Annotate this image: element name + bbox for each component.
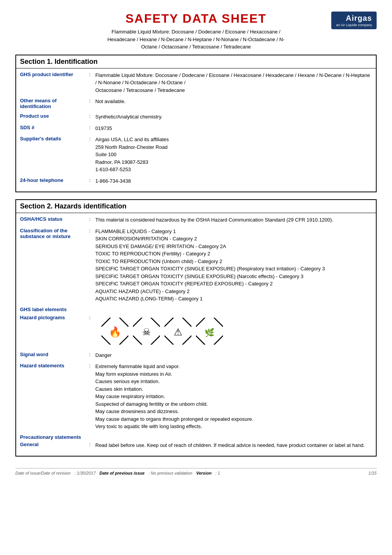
section1-header: Section 1. Identification [16, 55, 376, 68]
label-classification: Classification of thesubstance or mixtur… [20, 228, 89, 239]
page-header: SAFETY DATA SHEET Flammable Liquid Mixtu… [15, 12, 377, 51]
section2-content: OSHA/HCS status : This material is consi… [16, 213, 376, 456]
header-center: SAFETY DATA SHEET Flammable Liquid Mixtu… [15, 12, 377, 51]
field-classification: Classification of thesubstance or mixtur… [20, 228, 372, 303]
value-classification: FLAMMABLE LIQUIDS - Category 1 SKIN CORR… [95, 228, 372, 303]
footer-page: 1/15 [369, 471, 377, 475]
value-general: Read label before use. Keep out of reach… [95, 442, 372, 449]
label-pictograms: Hazard pictograms [20, 315, 89, 320]
field-sds: SDS # : 019735 [20, 125, 372, 132]
section2-header: Section 2. Hazards identification [16, 200, 376, 213]
svg-text:☠: ☠ [142, 327, 151, 337]
value-pictograms: 🔥 ☠ ⚠ 🌿 [95, 315, 372, 348]
precautionary-title: Precautionary statements [20, 434, 81, 440]
label-sds: SDS # [20, 125, 89, 130]
label-ghs-product: GHS product identifier [20, 72, 89, 77]
value-other-means: Not available. [95, 98, 372, 105]
label-general: General [20, 442, 89, 447]
value-hazard-statements: Extremely flammable liquid and vapor. Ma… [95, 363, 372, 430]
footer-date-prev-label: Date of previous issue [100, 471, 145, 475]
flame-pictogram: 🔥 [101, 318, 128, 345]
subtitle-line2: Hexadecane / Hexane / N-Decane / N-Hepta… [107, 37, 284, 42]
value-telephone: 1-866-734-3438 [95, 177, 372, 185]
value-sds: 019735 [95, 125, 372, 132]
field-other-means: Other means ofidentification : Not avail… [20, 98, 372, 109]
ghs-label-elements: GHS label elements [20, 307, 372, 312]
precautionary-header: Precautionary statements [20, 434, 372, 440]
footer-version-value: : 1 [215, 471, 220, 475]
section1: Section 1. Identification GHS product id… [15, 55, 377, 193]
subtitle-line1: Flammable Liquid Mixture: Docosane / Dod… [111, 29, 280, 35]
footer-version-label: Version [196, 471, 211, 475]
health-hazard-pictogram: ☠ [133, 318, 160, 345]
label-other-means: Other means ofidentification [20, 98, 89, 109]
field-general: General : Read label before use. Keep ou… [20, 442, 372, 449]
ghs-label-title: GHS label elements [20, 307, 372, 312]
logo-sub: an Air Liquide company [336, 23, 372, 27]
main-title: SAFETY DATA SHEET [15, 12, 377, 26]
logo-area: Airgas an Air Liquide company [331, 12, 377, 29]
pictograms-container: 🔥 ☠ ⚠ 🌿 [101, 318, 372, 345]
environment-pictogram: 🌿 [196, 318, 223, 345]
value-ghs-product: Flammable Liquid Mixture: Docosane / Dod… [95, 72, 372, 94]
subtitle: Flammable Liquid Mixture: Docosane / Dod… [15, 28, 377, 51]
field-telephone: 24-hour telephone : 1-866-734-3438 [20, 177, 372, 185]
field-ghs-product: GHS product identifier : Flammable Liqui… [20, 72, 372, 94]
footer: Date of issue/Date of revision : 1/30/20… [15, 468, 377, 475]
label-supplier: Supplier's details [20, 136, 89, 142]
logo-name: Airgas [336, 14, 372, 23]
field-pictograms: Hazard pictograms : 🔥 ☠ [20, 315, 372, 348]
label-osha: OSHA/HCS status [20, 216, 89, 222]
svg-text:🌿: 🌿 [204, 327, 215, 337]
label-telephone: 24-hour telephone [20, 177, 89, 183]
section1-title: Section 1. Identification [20, 58, 98, 65]
svg-text:🔥: 🔥 [109, 325, 121, 338]
footer-date-issue-label: Date of issue/Date of revision [15, 471, 71, 475]
svg-text:⚠: ⚠ [174, 327, 182, 337]
field-supplier: Supplier's details : Airgas USA, LLC and… [20, 136, 372, 173]
section1-content: GHS product identifier : Flammable Liqui… [16, 68, 376, 192]
exclamation-pictogram: ⚠ [164, 318, 191, 345]
section2: Section 2. Hazards identification OSHA/H… [15, 199, 377, 457]
label-product-use: Product use [20, 113, 89, 119]
label-signal-word: Signal word [20, 352, 89, 357]
field-hazard-statements: Hazard statements : Extremely flammable … [20, 363, 372, 430]
value-signal-word: Danger [95, 352, 372, 359]
label-hazard-statements: Hazard statements [20, 363, 89, 368]
value-product-use: Synthetic/Analytical chemistry. [95, 113, 372, 121]
subtitle-line3: Octane / Octacosane / Tetracosane / Tetr… [141, 44, 251, 50]
field-signal-word: Signal word : Danger [20, 352, 372, 359]
section2-title: Section 2. Hazards identification [20, 202, 126, 210]
value-supplier: Airgas USA, LLC and its affiliates 259 N… [95, 136, 372, 173]
footer-date-prev-value: : No previous validation [148, 471, 192, 475]
footer-date-issue-value: : 1/30/2017 [75, 471, 96, 475]
field-product-use: Product use : Synthetic/Analytical chemi… [20, 113, 372, 121]
field-osha: OSHA/HCS status : This material is consi… [20, 216, 372, 224]
value-osha: This material is considered hazardous by… [95, 216, 372, 224]
